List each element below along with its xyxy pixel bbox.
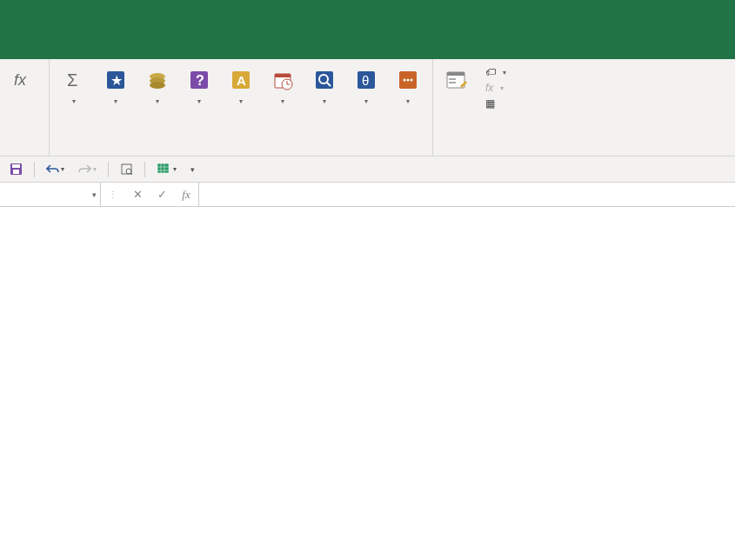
svg-rect-26 — [447, 72, 464, 76]
svg-text:?: ? — [196, 73, 204, 88]
dropdown-icon: ▾ — [72, 97, 76, 105]
sigma-icon: Σ — [58, 64, 90, 96]
grid-icon: ▦ — [485, 97, 495, 110]
quick-access-toolbar: ▾ ▾ ▾ ▾ — [0, 157, 735, 183]
expand-button[interactable]: ⋮ — [101, 190, 125, 199]
autosum-button[interactable]: Σ ▾ — [53, 61, 95, 150]
create-from-selection-button[interactable]: ▦ — [485, 97, 506, 110]
save-button[interactable] — [5, 160, 27, 178]
svg-text:θ: θ — [362, 73, 369, 88]
mathtrig-button[interactable]: θ ▾ — [345, 61, 387, 150]
star-icon: ★ — [100, 64, 131, 96]
use-in-formula-button: fx ▾ — [485, 82, 506, 94]
svg-text:Σ: Σ — [67, 70, 77, 90]
cancel-button[interactable]: ✕ — [125, 188, 150, 201]
svg-rect-12 — [275, 74, 291, 77]
svg-rect-31 — [13, 170, 19, 174]
dropdown-icon: ▾ — [323, 97, 326, 105]
clock-icon — [267, 64, 298, 96]
dropdown-icon: ▾ — [239, 97, 243, 105]
ribbon-group-names: 🏷 ▾ fx ▾ ▦ — [433, 59, 517, 156]
ribbon-group-fx: fx — [0, 59, 50, 156]
dropdown-icon: ▾ — [156, 97, 159, 105]
financial-button[interactable]: ▾ — [137, 61, 178, 150]
name-manager-button[interactable] — [437, 61, 478, 150]
svg-point-6 — [150, 82, 165, 89]
group-names-label — [437, 150, 513, 156]
search-icon — [309, 64, 340, 96]
svg-text:★: ★ — [110, 73, 123, 88]
ribbon-group-library: Σ ▾ ★ ▾ ▾ ? ▾ A ▾ — [50, 59, 433, 156]
financial-icon — [142, 64, 173, 96]
dropdown-icon: ▾ — [281, 97, 284, 105]
svg-point-23 — [407, 79, 410, 82]
svg-rect-27 — [449, 78, 456, 80]
formula-bar: ▾ ⋮ ✕ ✓ fx — [0, 183, 735, 207]
table-button[interactable]: ▾ — [152, 160, 181, 178]
print-preview-button[interactable] — [116, 160, 137, 178]
define-name-button[interactable]: 🏷 ▾ — [485, 66, 506, 78]
svg-text:A: A — [237, 73, 246, 88]
qat-more-button[interactable]: ▾ — [186, 163, 199, 177]
text-icon: A — [225, 64, 257, 96]
recent-functions-button[interactable]: ★ ▾ — [95, 61, 137, 150]
fx-small-icon: fx — [485, 82, 493, 94]
dropdown-icon: ▾ — [114, 97, 117, 105]
logical-icon: ? — [184, 64, 215, 96]
formula-input[interactable] — [199, 183, 735, 206]
logical-button[interactable]: ? ▾ — [178, 61, 220, 150]
dropdown-icon: ▾ — [197, 97, 201, 105]
name-manager-icon — [442, 64, 473, 96]
datetime-button[interactable]: ▾ — [262, 61, 304, 150]
redo-button: ▾ — [74, 161, 101, 177]
ribbon-tabs — [0, 33, 735, 59]
theta-icon: θ — [351, 64, 382, 96]
lookup-button[interactable]: ▾ — [304, 61, 345, 150]
tag-icon: 🏷 — [485, 66, 496, 78]
svg-rect-28 — [449, 82, 456, 83]
svg-point-24 — [411, 79, 413, 82]
dropdown-icon: ▾ — [406, 97, 410, 105]
dropdown-icon: ▾ — [92, 190, 97, 199]
dropdown-icon: ▾ — [364, 97, 368, 105]
text-button[interactable]: A ▾ — [220, 61, 262, 150]
group-library-label — [53, 150, 429, 156]
more-functions-button[interactable]: ▾ — [387, 61, 429, 150]
svg-point-22 — [404, 79, 406, 82]
titlebar — [0, 0, 735, 33]
fx-icon: fx — [9, 64, 40, 96]
name-box[interactable]: ▾ — [0, 183, 101, 206]
svg-text:fx: fx — [14, 71, 27, 89]
svg-rect-35 — [157, 163, 169, 173]
svg-rect-30 — [12, 164, 20, 168]
svg-line-34 — [130, 173, 132, 175]
undo-button[interactable]: ▾ — [42, 161, 69, 177]
confirm-button[interactable]: ✓ — [150, 188, 174, 201]
ribbon: fx Σ ▾ ★ ▾ ▾ ? — [0, 59, 735, 157]
insert-function-button[interactable]: fx — [3, 61, 45, 138]
fx-button[interactable]: fx — [174, 188, 198, 202]
more-icon — [392, 64, 424, 96]
